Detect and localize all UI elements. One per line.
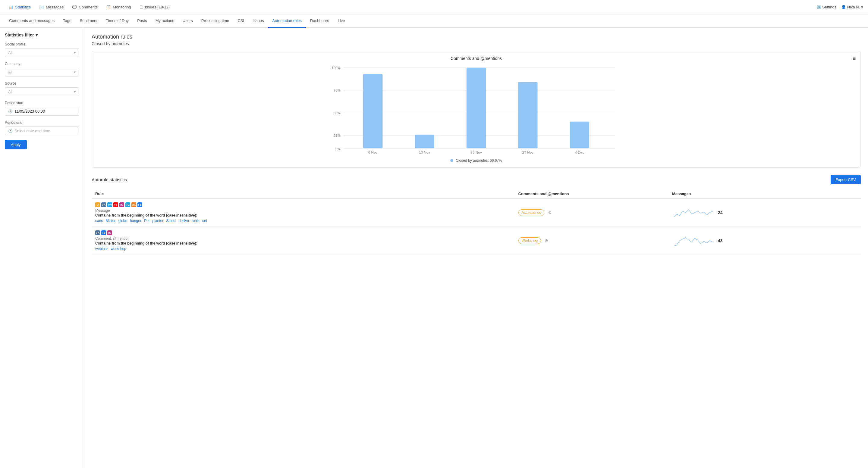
chart-icon: 📊 bbox=[8, 5, 13, 9]
period-end-filter: Period end 🕐 Select date and time bbox=[5, 121, 79, 135]
comments-inner-2: Workshop ⚙ bbox=[518, 237, 665, 244]
apply-button[interactable]: Apply bbox=[5, 140, 27, 149]
svg-text:0%: 0% bbox=[336, 147, 341, 151]
svg-text:6 Nov: 6 Nov bbox=[368, 150, 378, 154]
rule-icons-1: О VK TW YT IG TG OK FB bbox=[95, 202, 511, 207]
nav-csi[interactable]: CSI bbox=[233, 14, 248, 28]
col-header-rule: Rule bbox=[92, 189, 515, 199]
tag-workshop[interactable]: Workshop bbox=[518, 237, 541, 244]
period-start-value: 11/05/2023 00:00 bbox=[14, 109, 45, 113]
comments-inner-1: Accessories ⚙ bbox=[518, 209, 665, 216]
sidebar-title[interactable]: Statistics filter ▾ bbox=[5, 33, 79, 37]
tag-accessories[interactable]: Accessories bbox=[518, 209, 545, 216]
nav-sentiment[interactable]: Sentiment bbox=[75, 14, 101, 28]
settings-icon[interactable]: ⚙ bbox=[545, 238, 549, 243]
rule-desc-1: Contains from the beginning of the word … bbox=[95, 213, 511, 218]
top-navigation: 📊 Statistics ✉️ Messages 💬 Comments 📋 Mo… bbox=[0, 0, 868, 14]
source-filter: Source All ▾ bbox=[5, 81, 79, 96]
period-end-placeholder: Select date and time bbox=[14, 129, 50, 133]
chevron-down-icon: ▾ bbox=[36, 33, 38, 37]
sparkline-chart bbox=[672, 235, 714, 247]
rule-cell-2: VK FB IG Comment, @mention Contains from… bbox=[92, 227, 515, 255]
rule-type-2: Comment, @mention bbox=[95, 236, 511, 241]
col-header-messages: Messages bbox=[669, 189, 861, 199]
svg-text:20 Nov: 20 Nov bbox=[470, 150, 482, 154]
social-profile-value: All bbox=[8, 50, 12, 55]
company-label: Company bbox=[5, 62, 79, 66]
rule-desc-2: Contains from the beginning of the word … bbox=[95, 241, 511, 245]
rule-type-1: Message bbox=[95, 208, 511, 212]
svg-text:100%: 100% bbox=[332, 66, 341, 70]
period-start-input[interactable]: 🕐 11/05/2023 00:00 bbox=[5, 107, 79, 115]
user-menu-button[interactable]: 👤 Nika N. ▾ bbox=[841, 5, 863, 9]
telegram-icon: TG bbox=[125, 202, 130, 207]
messages-inner-1: 24 bbox=[672, 207, 857, 219]
social-profile-select[interactable]: All ▾ bbox=[5, 48, 79, 57]
social-profile-filter: Social profile All ▾ bbox=[5, 42, 79, 57]
comments-count-2: 43 bbox=[718, 238, 723, 243]
comment-icon: 💬 bbox=[72, 5, 77, 9]
nav-processing-time[interactable]: Processing time bbox=[197, 14, 233, 28]
messages-inner-2: 43 bbox=[672, 235, 857, 247]
messages-cell-2: 43 bbox=[669, 227, 861, 255]
secondary-navigation: Comments and messages Tags Sentiment Tim… bbox=[0, 14, 868, 28]
facebook-icon: FB bbox=[101, 230, 106, 235]
comments-cell-1: Accessories ⚙ bbox=[515, 199, 669, 227]
autorule-header: Autorule statistics Export CSV bbox=[92, 175, 861, 184]
rule-cell-1: О VK TW YT IG TG OK FB Message Contains … bbox=[92, 199, 515, 227]
nav-tags[interactable]: Tags bbox=[59, 14, 75, 28]
autorule-title: Autorule statistics bbox=[92, 177, 127, 182]
source-label: Source bbox=[5, 81, 79, 86]
svg-text:4 Dec: 4 Dec bbox=[575, 150, 584, 154]
company-select[interactable]: All ▾ bbox=[5, 68, 79, 76]
chart-container: Comments and @mentions ≡ 100% 75% 50% 25… bbox=[92, 51, 861, 168]
svg-text:27 Nov: 27 Nov bbox=[522, 150, 533, 154]
youtube-icon: YT bbox=[113, 202, 118, 207]
svg-rect-10 bbox=[363, 74, 382, 148]
svg-text:25%: 25% bbox=[333, 133, 341, 137]
rules-table: Rule Comments and @mentions Messages О V… bbox=[92, 189, 861, 255]
period-end-input[interactable]: 🕐 Select date and time bbox=[5, 127, 79, 135]
nav-dashboard[interactable]: Dashboard bbox=[306, 14, 334, 28]
rule-icons-2: VK FB IG bbox=[95, 230, 511, 235]
period-start-filter: Period start 🕐 11/05/2023 00:00 bbox=[5, 101, 79, 115]
svg-rect-12 bbox=[467, 68, 486, 148]
nav-comments-messages[interactable]: Comments and messages bbox=[5, 14, 59, 28]
social-profile-label: Social profile bbox=[5, 42, 79, 46]
svg-rect-13 bbox=[518, 82, 537, 148]
legend-dot bbox=[450, 159, 453, 162]
main-layout: Statistics filter ▾ Social profile All ▾… bbox=[0, 28, 868, 468]
comments-cell-2: Workshop ⚙ bbox=[515, 227, 669, 255]
nav-issues[interactable]: Issues bbox=[248, 14, 268, 28]
clock-icon: 🕐 bbox=[8, 109, 13, 113]
chart-menu-button[interactable]: ≡ bbox=[853, 56, 856, 61]
instagram-icon: IG bbox=[107, 230, 112, 235]
autorule-statistics: Autorule statistics Export CSV Rule Comm… bbox=[92, 175, 861, 255]
nav-users[interactable]: Users bbox=[179, 14, 197, 28]
col-header-comments: Comments and @mentions bbox=[515, 189, 669, 199]
tab-messages[interactable]: ✉️ Messages bbox=[36, 3, 67, 11]
tab-issues-label: Issues (19/12) bbox=[145, 5, 170, 9]
nav-posts[interactable]: Posts bbox=[133, 14, 151, 28]
vk-icon: VK bbox=[101, 202, 106, 207]
tab-comments-label: Comments bbox=[79, 5, 98, 9]
tab-issues[interactable]: ☰ Issues (19/12) bbox=[136, 3, 173, 11]
chart-legend: Closed by autorules: 66.67% bbox=[97, 158, 856, 163]
table-row: VK FB IG Comment, @mention Contains from… bbox=[92, 227, 861, 255]
nav-live[interactable]: Live bbox=[334, 14, 349, 28]
tab-comments[interactable]: 💬 Comments bbox=[68, 3, 101, 11]
ok-icon: О bbox=[95, 202, 100, 207]
page-title: Automation rules bbox=[92, 34, 861, 40]
tab-monitoring[interactable]: 📋 Monitoring bbox=[102, 3, 135, 11]
source-select[interactable]: All ▾ bbox=[5, 87, 79, 96]
settings-icon[interactable]: ⚙ bbox=[548, 210, 552, 215]
nav-automation-rules[interactable]: Automation rules bbox=[268, 14, 306, 28]
tab-messages-label: Messages bbox=[46, 5, 64, 9]
nav-times-of-day[interactable]: Times of Day bbox=[101, 14, 133, 28]
section-subtitle: Closed by autorules bbox=[92, 41, 861, 46]
export-csv-button[interactable]: Export CSV bbox=[831, 175, 861, 184]
period-start-label: Period start bbox=[5, 101, 79, 105]
nav-my-actions[interactable]: My actions bbox=[151, 14, 179, 28]
tab-statistics[interactable]: 📊 Statistics bbox=[5, 3, 34, 11]
settings-button[interactable]: ⚙️ Settings bbox=[816, 5, 837, 9]
